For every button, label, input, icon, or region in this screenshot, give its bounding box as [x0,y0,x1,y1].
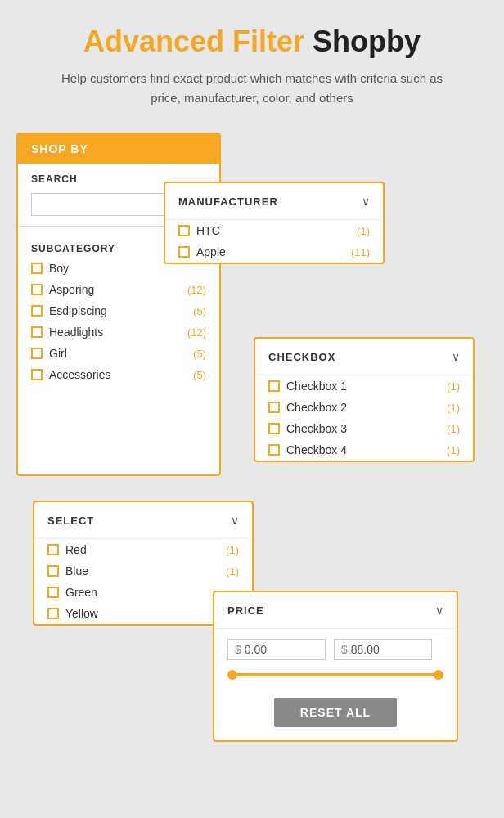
item-label: Green [65,586,97,599]
chevron-down-icon: ∨ [452,350,460,363]
slider-thumb-right[interactable] [434,670,443,680]
item-count: (5) [193,369,206,381]
item-label: Boy [49,262,69,275]
card-manufacturer: MANUFACTURER ∨ HTC (1) Apple (11) [164,182,385,264]
checkbox-icon[interactable] [268,402,280,413]
list-item: HTC (1) [165,220,383,241]
list-item: Headlights (12) [18,321,219,343]
card-price: PRICE ∨ $ $ RESET ALL [213,591,458,742]
item-label: Checkbox 3 [286,422,347,435]
checkbox-icon[interactable] [31,263,43,274]
item-label: Checkbox 4 [286,443,347,456]
select-label: SELECT [47,515,94,527]
checkbox-icon[interactable] [47,587,59,598]
checkbox-icon[interactable] [47,544,59,555]
price-min-wrap: $ [227,639,326,660]
item-count: (5) [193,348,206,360]
item-count: (1) [447,380,460,393]
item-label: Headlights [49,326,103,339]
slider-thumb-left[interactable] [227,670,237,680]
reset-btn-wrap: RESET ALL [214,690,457,740]
price-label: PRICE [227,605,264,617]
list-item: Checkbox 2 (1) [255,397,473,418]
price-inputs: $ $ [214,629,457,667]
checkbox-icon[interactable] [268,423,280,434]
title-normal-text: Shopby [313,25,421,58]
card-checkbox: CHECKBOX ∨ Checkbox 1 (1) Checkbox 2 (1)… [254,337,475,462]
item-count: (1) [226,565,239,578]
item-label: Red [65,543,87,556]
shopby-header: SHOP BY [18,134,219,164]
price-slider[interactable] [214,667,457,690]
item-label: Aspering [49,283,94,296]
checkbox-icon[interactable] [47,608,59,619]
checkbox-icon[interactable] [178,246,190,258]
checkbox-section-header: CHECKBOX ∨ [255,339,473,375]
manufacturer-header: MANUFACTURER ∨ [165,183,383,220]
list-item: Esdipiscing (5) [18,300,219,321]
item-label: Apple [196,245,226,258]
item-count: (1) [357,225,370,237]
list-item: Apple (11) [165,241,383,263]
price-min-input[interactable] [245,643,310,656]
item-count: (1) [447,402,460,414]
checkbox-icon[interactable] [31,369,43,380]
chevron-down-icon: ∨ [231,514,239,527]
item-label: Accessories [49,368,110,381]
item-count: (1) [447,444,460,456]
chevron-down-icon: ∨ [362,195,370,208]
item-count: (5) [193,305,206,317]
currency-max: $ [341,643,348,656]
list-item: Checkbox 4 (1) [255,439,473,461]
item-count: (1) [226,544,239,556]
item-label: Blue [65,564,88,578]
list-item: Checkbox 3 (1) [255,418,473,439]
price-max-input[interactable] [351,643,416,656]
checkbox-icon[interactable] [47,565,59,577]
currency-min: $ [235,643,241,656]
price-max-wrap: $ [334,639,432,660]
item-label: HTC [196,224,220,237]
checkbox-icon[interactable] [178,225,190,236]
subtitle: Help customers find exact product which … [56,69,448,108]
chevron-down-icon: ∨ [435,604,443,617]
list-item: Aspering (12) [18,279,219,300]
checkbox-icon[interactable] [31,305,43,317]
item-count: (11) [351,246,370,258]
item-label: Checkbox 1 [286,380,347,393]
checkbox-icon[interactable] [31,348,43,359]
item-label: Checkbox 2 [286,401,347,414]
page-title: Advanced Filter Shopby [83,25,421,59]
item-label: Yellow [65,607,98,620]
checkbox-icon[interactable] [31,284,43,295]
item-count: (12) [187,326,206,339]
list-item: Accessories (5) [18,364,219,385]
checkbox-icon[interactable] [268,444,280,456]
list-item: Girl (5) [18,343,219,364]
item-label: Girl [49,347,67,360]
checkbox-icon[interactable] [31,326,43,338]
checkbox-icon[interactable] [268,380,280,392]
select-header: SELECT ∨ [34,502,252,539]
item-count: (12) [187,284,206,296]
cards-area: SHOP BY SEARCH SUBCATEGORY Boy Aspering … [16,133,488,730]
slider-track [227,673,443,676]
title-highlight: Advanced Filter [83,25,304,58]
list-item: Red (1) [34,539,252,560]
list-item: Checkbox 1 (1) [255,375,473,397]
price-header: PRICE ∨ [214,592,457,629]
item-label: Esdipiscing [49,304,107,317]
list-item: Blue (1) [34,560,252,582]
item-count: (1) [447,423,460,435]
checkbox-label: CHECKBOX [268,351,335,363]
manufacturer-label: MANUFACTURER [178,196,278,208]
reset-all-button[interactable]: RESET ALL [274,698,397,727]
